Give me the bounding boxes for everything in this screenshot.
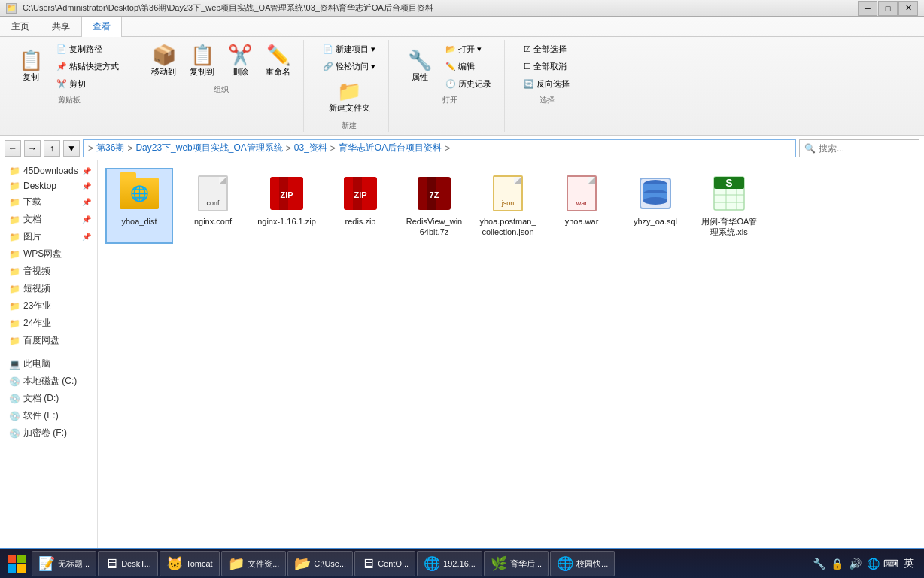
chrome-icon: 🌐 (557, 555, 573, 572)
tab-home[interactable]: 主页 (0, 17, 41, 36)
pin-icon: 📌 (82, 167, 91, 175)
paste-button[interactable]: 📋 复制 (14, 47, 48, 87)
address-path[interactable]: > 第36期 > Day23下_web项目实战_OA管理系统 > 03_资料 >… (83, 139, 796, 157)
file-label-8: 用例-育华OA管理系统.xls (700, 216, 758, 238)
file-item-xls[interactable]: S 用例-育华OA管理系统.xls (695, 168, 763, 244)
close-button[interactable]: ✕ (898, 1, 918, 16)
sidebar-item-desktop[interactable]: 📁 Desktop 📌 (0, 178, 97, 193)
taskbar-btn-label-4: C:\Use... (314, 559, 346, 568)
organize-label: 组织 (214, 84, 229, 95)
taskbar-btn-cpath[interactable]: 📂 C:\Use... (287, 551, 353, 576)
taskbar-btn-fileexplorer[interactable]: 📁 文件资... (221, 551, 286, 576)
file-item-nginx-zip[interactable]: ZIP nginx-1.16.1.zip (253, 168, 321, 244)
search-input[interactable] (819, 143, 924, 154)
open-icon: 📂 (445, 44, 456, 54)
search-box[interactable]: 🔍 (799, 139, 919, 157)
file-icon-folder: 🌐 (120, 174, 159, 213)
sidebar-item-ddrive[interactable]: 💿 文档 (D:) (0, 390, 97, 407)
taskbar-btn-deskt[interactable]: 🖥 DeskT... (98, 551, 158, 576)
select-col: ☑ 全部选择 ☐ 全部取消 🔄 反向选择 (518, 41, 575, 92)
new-item-label: 新建项目 (336, 44, 369, 55)
taskbar-btn-ip[interactable]: 🌐 192.16... (417, 551, 482, 576)
sidebar-item-hw23[interactable]: 📁 23作业 (0, 297, 97, 315)
taskbar-btn-label-2: Tomcat (186, 559, 212, 568)
cut-button[interactable]: ✂️ 剪切 (51, 76, 124, 92)
sidebar-item-edrive[interactable]: 💿 软件 (E:) (0, 407, 97, 424)
select-label: 选择 (540, 95, 555, 105)
file-item-sql[interactable]: yhzy_oa.sql (622, 168, 689, 244)
tray-icon-1[interactable]: 🔒 (829, 556, 844, 571)
easy-access-button[interactable]: 🔗 轻松访问▾ (318, 59, 381, 75)
tray-icon-3[interactable]: 🌐 (865, 556, 880, 571)
ribbon: 主页 共享 查看 📋 复制 📄 复制路径 📌 粘贴快捷方式 (0, 17, 924, 136)
minimize-button[interactable]: ─ (858, 1, 877, 16)
path-seg-2[interactable]: Day23下_web项目实战_OA管理系统 (135, 141, 282, 154)
taskbar-btn-tomcat[interactable]: 🐱 Tomcat (160, 551, 220, 576)
edit-button[interactable]: ✏️ 编辑 (440, 59, 497, 75)
path-seg-4[interactable]: 育华志近OA后台项目资料 (339, 141, 442, 154)
tray-lang[interactable]: 英 (901, 556, 916, 571)
tray-icon-2[interactable]: 🔊 (847, 556, 862, 571)
sidebar-item-downloads[interactable]: 📁 下载 📌 (0, 193, 97, 211)
sidebar-item-thispc[interactable]: 💻 此电脑 (0, 355, 97, 373)
maximize-button[interactable]: □ (878, 1, 898, 16)
up-button[interactable]: ↑ (44, 140, 60, 157)
computer-icon: 💻 (9, 359, 20, 370)
taskbar-btn-school[interactable]: 🌐 校园快... (550, 551, 615, 576)
open-button[interactable]: 📂 打开▾ (440, 41, 497, 57)
file-label-2: nginx-1.16.1.zip (257, 216, 316, 227)
file-item-yhoa-dist[interactable]: 🌐 yhoa_dist (105, 168, 173, 244)
recent-button[interactable]: ▼ (63, 140, 80, 157)
file-item-redis-zip[interactable]: ZIP redis.zip (327, 168, 394, 244)
sidebar-item-pictures[interactable]: 📁 图片 📌 (0, 228, 97, 245)
select-none-button[interactable]: ☐ 全部取消 (518, 59, 575, 75)
sidebar-item-45downloads[interactable]: 📁 45Downloads 📌 (0, 163, 97, 178)
sidebar-item-docs[interactable]: 📁 文档 📌 (0, 211, 97, 228)
copy-icon: 📋 (190, 45, 214, 65)
sidebar-item-cdrive[interactable]: 💿 本地磁盘 (C:) (0, 373, 97, 390)
forward-button[interactable]: → (24, 140, 41, 157)
taskbar-btn-yuhua[interactable]: 🌿 育华后... (484, 551, 549, 576)
rename-button[interactable]: ✏️ 重命名 (260, 41, 296, 81)
svg-text:ZIP: ZIP (354, 190, 366, 199)
file-item-postman[interactable]: json yhoa.postman_collection.json (474, 168, 542, 244)
file-icon-sql (636, 174, 675, 213)
history-button[interactable]: 🕐 历史记录 (440, 76, 497, 92)
select-all-button[interactable]: ☑ 全部选择 (518, 41, 575, 57)
svg-text:S: S (725, 177, 732, 189)
sidebar-item-video[interactable]: 📁 短视频 (0, 280, 97, 297)
new-item-button[interactable]: 📄 新建项目▾ (318, 41, 381, 57)
tray-icon-keyboard[interactable]: ⌨ (883, 556, 898, 571)
tab-share[interactable]: 共享 (41, 17, 81, 36)
delete-button[interactable]: ✂️ 删除 (223, 41, 257, 81)
sidebar-item-baidupan[interactable]: 📁 百度网盘 (0, 332, 97, 349)
tray-icon-0[interactable]: 🔧 (811, 556, 826, 571)
easy-access-icon: 🔗 (323, 62, 333, 71)
new-folder-button[interactable]: 📁 新建文件夹 (324, 78, 375, 117)
sidebar-item-hw24[interactable]: 📁 24作业 (0, 315, 97, 332)
move-to-button[interactable]: 📦 移动到 (146, 41, 181, 81)
copy-path-button[interactable]: 📄 复制路径 (51, 41, 124, 57)
taskbar-btn-centos[interactable]: 🖥 CentO... (354, 551, 415, 576)
sidebar-item-wps[interactable]: 📁 WPS网盘 (0, 245, 97, 263)
file-label-5: yhoa.postman_collection.json (479, 216, 537, 238)
back-button[interactable]: ← (5, 140, 21, 157)
start-button[interactable] (3, 550, 30, 577)
file-item-war[interactable]: war yhoa.war (548, 168, 615, 244)
properties-button[interactable]: 🔧 属性 (403, 47, 437, 87)
path-sep-2: > (286, 143, 291, 154)
path-seg-1[interactable]: 第36期 (96, 141, 124, 154)
taskbar-btn-notitle[interactable]: 📝 无标题... (32, 551, 96, 576)
folder-icon: 📁 (9, 318, 20, 329)
path-seg-3[interactable]: 03_资料 (294, 141, 327, 154)
copy-to-button[interactable]: 📋 复制到 (184, 41, 220, 81)
invert-select-button[interactable]: 🔄 反向选择 (518, 76, 575, 92)
sidebar-item-audio[interactable]: 📁 音视频 (0, 263, 97, 280)
rename-label: 重命名 (266, 66, 290, 78)
tab-view[interactable]: 查看 (81, 17, 122, 37)
clipboard-section: 📋 复制 📄 复制路径 📌 粘贴快捷方式 ✂️ 剪切 (14, 41, 124, 92)
paste-shortcut-button[interactable]: 📌 粘贴快捷方式 (51, 59, 124, 75)
sidebar-item-fdrive[interactable]: 💿 加密卷 (F:) (0, 424, 97, 442)
file-item-redisview[interactable]: 7Z RedisView_win64bit.7z (400, 168, 468, 244)
file-item-nginx-conf[interactable]: conf nginx.conf (179, 168, 247, 244)
